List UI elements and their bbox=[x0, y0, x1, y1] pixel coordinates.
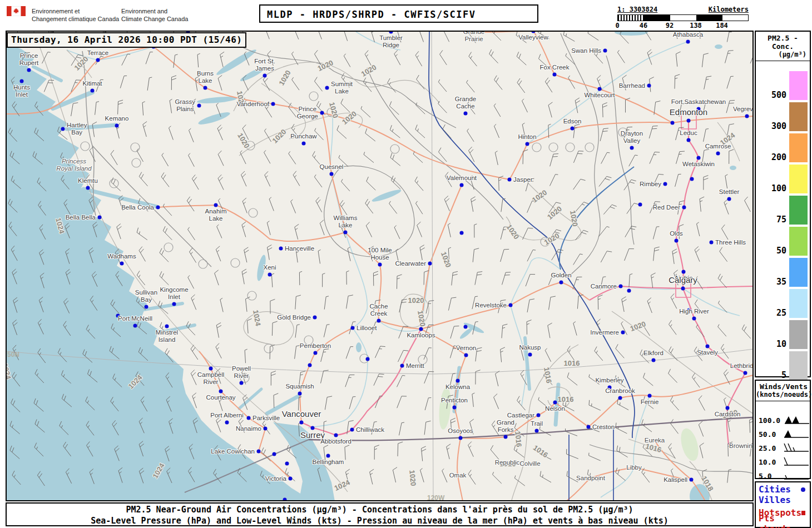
scale-seg-black bbox=[644, 15, 670, 21]
pm25-legend: PM2.5 - Conc. (µg/m³) 500300200100755035… bbox=[755, 31, 811, 377]
scale-bar bbox=[617, 14, 749, 21]
city-dot bbox=[225, 421, 229, 425]
city-dot bbox=[648, 394, 652, 398]
city-label: Camrose bbox=[705, 143, 731, 150]
city-label: Cranbrook bbox=[605, 387, 635, 395]
city-dot bbox=[377, 319, 381, 323]
city-dot bbox=[302, 142, 306, 146]
city-label: Terrace bbox=[87, 49, 108, 57]
city-label: Sullivan Bay bbox=[135, 289, 157, 303]
city-dot bbox=[219, 390, 223, 393]
pm25-color-swatch bbox=[789, 102, 808, 131]
city-dot bbox=[697, 156, 701, 160]
winds-row-list: 100.050.025.010.05.0 bbox=[756, 414, 810, 483]
pm25-swatch-row: 50 bbox=[756, 225, 810, 256]
scale-seg-white bbox=[722, 15, 748, 21]
city-dot bbox=[165, 325, 169, 328]
city-label: Hanceville bbox=[285, 245, 314, 252]
city-dot bbox=[209, 367, 213, 371]
city-label: Quesnel bbox=[320, 163, 344, 171]
city-label: Kingcome Inlet bbox=[160, 286, 188, 301]
pm25-color-swatch bbox=[789, 133, 808, 162]
city-dot bbox=[618, 396, 622, 400]
city-label: Punchaw bbox=[290, 133, 316, 140]
city-label: Hinton bbox=[518, 133, 536, 141]
city-dot bbox=[351, 326, 355, 330]
city-dot bbox=[638, 203, 642, 207]
city-dot bbox=[664, 182, 667, 186]
ocean-shape bbox=[6, 43, 335, 501]
isobar-label: 1020 bbox=[408, 470, 417, 486]
pm25-threshold-label: 75 bbox=[776, 215, 789, 225]
pm25-color-swatch bbox=[789, 71, 808, 100]
city-dot bbox=[298, 392, 302, 396]
city-dot bbox=[120, 262, 124, 266]
city-dot bbox=[214, 203, 218, 207]
scale-unit-label: Kilometers bbox=[709, 6, 749, 13]
pm25-threshold-label: 50 bbox=[776, 246, 789, 256]
city-label: Stettler bbox=[719, 188, 739, 196]
city-dot bbox=[587, 425, 591, 429]
city-dot bbox=[671, 121, 675, 125]
city-label: Barrhead bbox=[619, 82, 645, 89]
pm25-threshold-label: 200 bbox=[771, 152, 789, 162]
city-label: Stavely bbox=[697, 349, 718, 356]
city-dot bbox=[330, 172, 334, 176]
city-label: Wadhams bbox=[107, 253, 136, 260]
city-dot bbox=[716, 152, 720, 156]
city-label: Penticton bbox=[441, 397, 468, 404]
cities-label-en: Cities bbox=[759, 484, 791, 495]
city-label: Minstrel Island bbox=[156, 329, 178, 343]
scale-seg-white bbox=[670, 15, 696, 21]
city-dot bbox=[727, 197, 731, 201]
scale-tick-label: 46 bbox=[640, 22, 647, 29]
city-label: Xeni bbox=[263, 264, 276, 271]
pm25-swatch-row: 100 bbox=[756, 162, 810, 193]
city-dot bbox=[508, 178, 512, 182]
isobar-label: 1020 bbox=[408, 296, 424, 305]
city-label: Grande Cache bbox=[455, 96, 476, 110]
city-label: Merritt bbox=[406, 362, 424, 370]
city-label: Bella Coola bbox=[121, 204, 154, 211]
pm25-threshold-label: 300 bbox=[771, 121, 789, 131]
city-dot bbox=[428, 262, 432, 266]
city-dot bbox=[289, 477, 293, 481]
city-dot bbox=[598, 87, 602, 91]
wind-speed-label: 25.0 bbox=[756, 444, 780, 452]
city-label: Port Alberni bbox=[210, 412, 243, 419]
city-label: Kalispell bbox=[664, 476, 687, 484]
city-dot bbox=[300, 421, 304, 425]
scale-ratio: 1: 3303824 bbox=[617, 6, 657, 13]
city-dot bbox=[603, 49, 607, 53]
dept-name-french: Environnement et Changement climatique C… bbox=[32, 8, 119, 23]
city-dot bbox=[509, 303, 513, 307]
place-label: Colville bbox=[519, 460, 540, 467]
wind-barb-icon bbox=[780, 470, 810, 482]
city-dot bbox=[133, 324, 137, 328]
caption-line1: PM2.5 Near-Ground Air Concentrations (µg… bbox=[7, 504, 752, 515]
city-label: Lillooet bbox=[357, 325, 377, 332]
city-dot bbox=[630, 146, 634, 150]
city-dot bbox=[686, 40, 690, 44]
map-canvas: Prince RupertHunts InletTerraceKitimatSm… bbox=[6, 31, 754, 501]
city-label: Abbotsford bbox=[320, 438, 351, 445]
city-dot bbox=[27, 68, 31, 72]
pm25-color-swatch bbox=[789, 351, 808, 380]
pm25-swatch-row: 300 bbox=[756, 100, 810, 131]
pm25-color-swatch bbox=[789, 196, 808, 225]
city-label: Gold Bridge bbox=[277, 314, 311, 321]
pm25-swatch-row: 25 bbox=[756, 287, 810, 318]
city-dot bbox=[464, 353, 468, 357]
city-dot bbox=[464, 112, 468, 116]
pm25-color-swatch bbox=[789, 289, 808, 318]
wind-speed-label: 5.0 bbox=[756, 472, 780, 480]
city-label: Prince Rupert bbox=[19, 52, 39, 67]
graticule-label: 120W bbox=[427, 494, 444, 501]
city-label: Prince George bbox=[297, 106, 318, 120]
city-label: Kelowna bbox=[445, 383, 470, 391]
city-dot bbox=[526, 142, 529, 146]
city-label: Lethbridge bbox=[730, 362, 754, 370]
wind-barb-icon bbox=[780, 442, 810, 455]
city-dot bbox=[314, 351, 318, 355]
winds-legend-units: (knots/noeuds) bbox=[756, 391, 810, 399]
